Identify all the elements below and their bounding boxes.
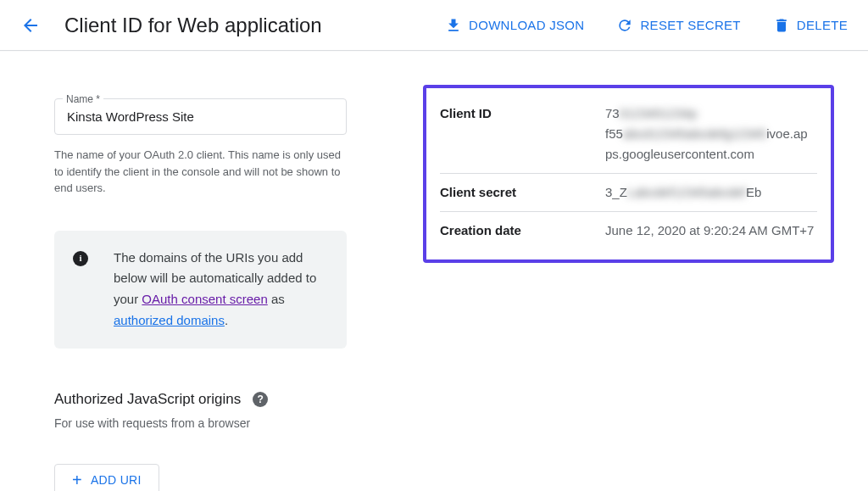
trash-icon (773, 17, 790, 34)
add-uri-label: ADD URI (91, 473, 142, 487)
js-origins-desc: For use with requests from a browser (54, 416, 347, 430)
page-title: Client ID for Web application (64, 14, 445, 37)
delete-label: DELETE (797, 18, 848, 32)
reset-secret-button[interactable]: RESET SECRET (616, 17, 740, 34)
client-id-row: Client ID 730123451234p f55abcd12345abcd… (440, 95, 817, 174)
oauth-consent-link[interactable]: OAuth consent screen (142, 292, 267, 306)
js-origins-title: Authorized JavaScript origins (54, 391, 241, 408)
authorized-domains-link[interactable]: authorized domains (114, 313, 225, 327)
client-secret-row: Client secret 3_ZLabcdef12345abcdefEb (440, 174, 817, 212)
reset-secret-label: RESET SECRET (640, 18, 740, 32)
download-json-label: DOWNLOAD JSON (469, 18, 584, 32)
client-id-value: 730123451234p f55abcd12345abcdefg12345iv… (605, 103, 808, 165)
delete-button[interactable]: DELETE (773, 17, 848, 34)
help-icon[interactable]: ? (253, 392, 268, 407)
creation-date-label: Creation date (440, 220, 605, 241)
refresh-icon (616, 17, 633, 34)
download-icon (445, 17, 462, 34)
client-secret-label: Client secret (440, 182, 605, 203)
name-field-desc: The name of your OAuth 2.0 client. This … (54, 147, 347, 197)
back-icon[interactable] (20, 15, 41, 36)
creation-date-row: Creation date June 12, 2020 at 9:20:24 A… (440, 212, 817, 249)
download-json-button[interactable]: DOWNLOAD JSON (445, 17, 584, 34)
info-box: i The domains of the URIs you add below … (54, 231, 347, 349)
plus-icon: + (72, 471, 82, 488)
creation-date-value: June 12, 2020 at 9:20:24 AM GMT+7 (605, 220, 814, 241)
client-secret-value: 3_ZLabcdef12345abcdefEb (605, 182, 761, 203)
credentials-box: Client ID 730123451234p f55abcd12345abcd… (423, 85, 834, 263)
client-id-label: Client ID (440, 103, 605, 165)
add-uri-button[interactable]: + ADD URI (54, 464, 159, 492)
info-icon: i (73, 251, 88, 266)
name-field-label: Name * (63, 93, 103, 105)
